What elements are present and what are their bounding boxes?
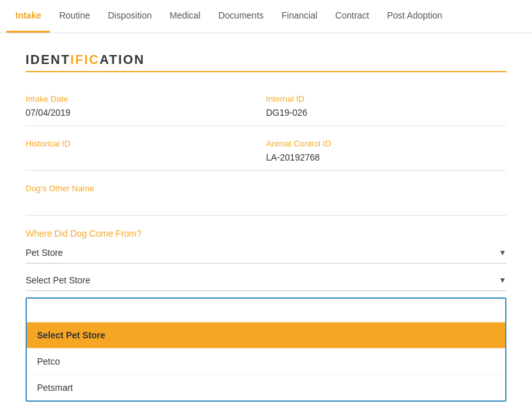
dogs-other-name-field: Dog's Other Name <box>26 177 506 216</box>
dropdown-option-select-pet-store[interactable]: Select Pet Store <box>27 322 505 348</box>
tab-disposition[interactable]: Disposition <box>99 0 160 33</box>
tab-documents[interactable]: Documents <box>209 0 272 33</box>
app-container: Intake Routine Disposition Medical Docum… <box>0 0 532 403</box>
intake-date-field: Intake Date 07/04/2019 <box>26 88 266 126</box>
select-pet-store-label: Select Pet Store <box>26 275 90 285</box>
select-pet-store-dropdown[interactable]: Select Pet Store ▼ <box>26 270 506 291</box>
tab-financial[interactable]: Financial <box>272 0 326 33</box>
search-input[interactable] <box>32 303 500 318</box>
internal-id-label: Internal ID <box>266 94 494 104</box>
section-title: IDENTIFICATION <box>26 52 506 67</box>
animal-control-id-label: Animal Control ID <box>266 139 494 148</box>
intake-date-value: 07/04/2019 <box>26 106 253 119</box>
dropdown-option-petco[interactable]: Petco <box>27 348 505 374</box>
dropdown-option-petsmart[interactable]: Petsmart <box>27 374 505 400</box>
title-highlight: IFIC <box>70 52 100 67</box>
main-content: IDENTIFICATION Intake Date 07/04/2019 In… <box>0 33 532 403</box>
section-divider <box>26 71 506 72</box>
historical-id-field: Historical ID <box>26 132 266 171</box>
animal-control-id-value: LA-20192768 <box>266 151 494 164</box>
historical-id-label: Historical ID <box>26 139 253 148</box>
search-dropdown-container: Select Pet Store Petco Petsmart <box>26 297 506 402</box>
tab-medical[interactable]: Medical <box>160 0 209 33</box>
dogs-other-name-label: Dog's Other Name <box>26 184 506 193</box>
tab-contract[interactable]: Contract <box>326 0 378 33</box>
historical-id-value[interactable] <box>26 151 253 164</box>
where-did-dog-come-from-value: Pet Store <box>26 248 63 258</box>
where-did-dog-come-from-section: Where Did Dog Come From? Pet Store ▼ <box>26 228 506 264</box>
nav-tabs: Intake Routine Disposition Medical Docum… <box>0 0 532 33</box>
chevron-down-icon-2: ▼ <box>499 276 506 285</box>
where-did-dog-come-from-dropdown[interactable]: Pet Store ▼ <box>26 242 506 264</box>
chevron-down-icon: ▼ <box>499 248 506 257</box>
tab-post-adoption[interactable]: Post Adoption <box>378 0 451 33</box>
select-pet-store-section: Select Pet Store ▼ Select Pet Store Petc… <box>26 270 506 402</box>
intake-date-label: Intake Date <box>26 94 253 104</box>
animal-control-id-field: Animal Control ID LA-20192768 <box>266 132 506 171</box>
where-did-dog-come-from-label: Where Did Dog Come From? <box>26 228 506 239</box>
internal-id-field: Internal ID DG19-026 <box>266 88 506 126</box>
title-suffix: ATION <box>100 52 145 67</box>
dropdown-options-list: Select Pet Store Petco Petsmart <box>27 322 505 400</box>
title-prefix: IDENT <box>26 52 70 67</box>
tab-routine[interactable]: Routine <box>50 0 98 33</box>
search-input-wrapper <box>27 299 505 322</box>
tab-intake[interactable]: Intake <box>6 0 50 33</box>
internal-id-value: DG19-026 <box>266 106 494 119</box>
form-grid: Intake Date 07/04/2019 Internal ID DG19-… <box>26 88 506 222</box>
dogs-other-name-value[interactable] <box>26 196 506 209</box>
